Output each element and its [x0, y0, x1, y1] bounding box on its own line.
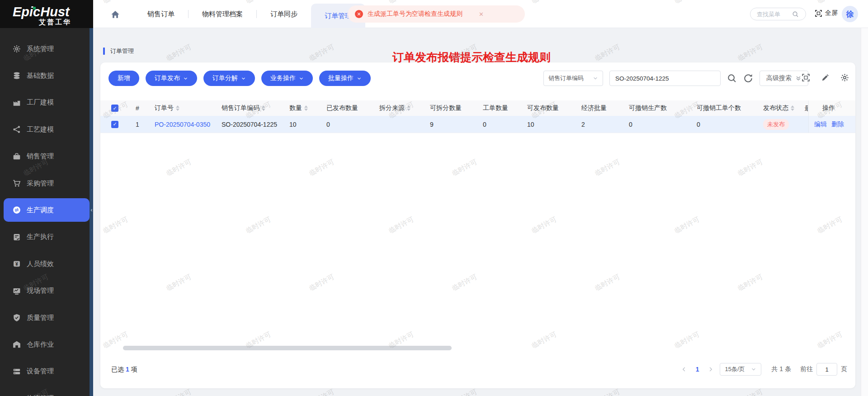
column-header-publishable_qty: 可发布数量	[523, 100, 577, 116]
sidebar-item-label: 生产执行	[27, 233, 54, 241]
pagination: 1 15条/页 共 1 条 前往 页	[681, 363, 847, 376]
column-label: 发布状态	[763, 104, 788, 112]
filter-field-select[interactable]: 销售订单编码	[543, 71, 603, 86]
refresh-icon[interactable]	[743, 73, 753, 83]
编辑-link[interactable]: 编辑	[814, 120, 827, 129]
page-size-select[interactable]: 15条/页	[720, 363, 761, 376]
订单发布-button[interactable]: 订单发布	[146, 71, 197, 86]
sidebar-item-销售管理[interactable]: 销售管理	[0, 145, 90, 168]
sidebar-item-设备管理[interactable]: 设备管理	[0, 360, 90, 383]
sort-carets-icon[interactable]	[791, 105, 794, 111]
cart-icon	[13, 179, 21, 187]
sync-icon	[13, 206, 21, 214]
fullscreen-button[interactable]: 全屏	[815, 9, 838, 17]
sidebar-item-工厂建模[interactable]: 工厂建模	[0, 91, 90, 115]
sidebar-item-生产调度[interactable]: 生产调度	[4, 198, 90, 222]
sidebar-item-label: 仓库作业	[27, 340, 54, 349]
button-label: 订单发布	[155, 74, 180, 82]
sidebar-item-基础数据[interactable]: 基础数据	[0, 64, 90, 87]
brand-subtitle: 艾普工华	[39, 18, 71, 27]
toast-close-icon[interactable]: ✕	[479, 11, 484, 18]
sidebar-item-工艺建模[interactable]: 工艺建模	[0, 118, 90, 141]
home-icon[interactable]	[110, 10, 120, 19]
column-header-sales_order_code[interactable]: 销售订单编码	[217, 100, 285, 116]
column-label: 订单号	[155, 104, 174, 112]
edit-columns-icon[interactable]	[821, 73, 830, 82]
column-header-publish_status[interactable]: 发布状态	[759, 100, 808, 116]
column-header-split_source[interactable]: 拆分来源	[375, 100, 425, 116]
删除-link[interactable]: 删除	[831, 120, 844, 129]
fullscreen-label: 全屏	[825, 9, 838, 17]
业务操作-button[interactable]: 业务操作	[261, 71, 313, 86]
sidebar-item-人员绩效[interactable]: ¥人员绩效	[0, 252, 90, 276]
action-column-cell: 编辑删除	[808, 116, 855, 133]
column-label: 拆分来源	[379, 104, 405, 112]
tab-销售订单[interactable]: 销售订单	[134, 0, 188, 28]
goto-page-input[interactable]	[816, 363, 837, 376]
sidebar-collapse-handle[interactable]: ‹	[89, 204, 94, 216]
tab-物料管理档案[interactable]: 物料管理档案	[189, 0, 256, 28]
topbar: 销售订单物料管理档案订单同步订单管理 ✕ 生成派工单号为空请检查生成规则 ✕ 全…	[93, 0, 868, 28]
current-page-button[interactable]: 1	[693, 366, 702, 373]
cell-quantity: 10	[285, 116, 322, 133]
table-row[interactable]: ✓1PO-20250704-0350SO-20250704-1225100901…	[100, 116, 808, 133]
新增-button[interactable]: 新增	[108, 71, 139, 86]
cell-revocable_workorder_count: 0	[692, 116, 759, 133]
column-header-quantity[interactable]: 数量	[285, 100, 322, 116]
yuan-icon: ¥	[13, 260, 21, 268]
sidebar-item-采购管理[interactable]: 采购管理	[0, 172, 90, 195]
table-settings-icon[interactable]	[840, 73, 849, 82]
row-checkbox[interactable]: ✓	[111, 121, 118, 128]
selected-count: 1	[126, 366, 129, 373]
sidebar-item-现场管理[interactable]: 现场管理	[0, 279, 90, 303]
sidebar-item-label: 人员绩效	[27, 260, 54, 268]
批量操作-button[interactable]: 批量操作	[319, 71, 371, 86]
tab-订单同步[interactable]: 订单同步	[257, 0, 311, 28]
action-button-row: 新增订单发布订单分解业务操作批量操作	[108, 71, 371, 86]
column-header-order_no[interactable]: 订单号	[150, 100, 217, 116]
sort-carets-icon[interactable]	[407, 105, 410, 111]
订单分解-button[interactable]: 订单分解	[203, 71, 255, 86]
sidebar-item-质量管理[interactable]: 质量管理	[0, 306, 90, 329]
sidebar-item-label: 物流管理	[27, 394, 54, 396]
gear-icon	[13, 45, 21, 53]
next-page-icon[interactable]	[708, 367, 713, 372]
sort-carets-icon[interactable]	[262, 105, 265, 111]
order-number-link[interactable]: PO-20250704-0350	[155, 121, 210, 128]
sidebar-item-物流管理[interactable]: 物流管理	[0, 386, 90, 396]
column-header-splittable_qty: 可拆分数量	[425, 100, 478, 116]
truck-icon	[13, 394, 21, 396]
sidebar: 系统管理基础数据工厂建模工艺建模销售管理采购管理生产调度生产执行¥人员绩效现场管…	[0, 0, 90, 396]
search-submit-icon[interactable]	[727, 73, 737, 83]
column-label: 销售订单编码	[222, 104, 259, 112]
total-count-label: 共 1 条	[771, 365, 791, 373]
column-header-published_qty: 已发布数量	[322, 100, 375, 116]
chevron-down-icon	[751, 367, 756, 372]
prev-page-icon[interactable]	[681, 367, 687, 372]
table-header-row: ✓#订单号销售订单编码数量已发布数量拆分来源可拆分数量工单数量可发布数量经济批量…	[100, 100, 808, 116]
cell-index: 1	[131, 116, 150, 133]
select-all-checkbox[interactable]: ✓	[111, 105, 118, 112]
cell-publishable_qty: 10	[523, 116, 577, 133]
clipboard-icon	[13, 233, 21, 241]
page-size-value: 15条/页	[725, 365, 745, 373]
sort-carets-icon[interactable]	[176, 105, 179, 111]
search-icon[interactable]	[792, 11, 799, 18]
sidebar-item-仓库作业[interactable]: 仓库作业	[0, 333, 90, 356]
sidebar-item-生产执行[interactable]: 生产执行	[0, 225, 90, 249]
column-header-revocable_production_qty: 可撤销生产数	[624, 100, 692, 116]
menu-search-input[interactable]	[757, 11, 788, 18]
page-scrollbar-track[interactable]	[861, 28, 868, 396]
server-icon	[13, 367, 21, 376]
sidebar-item-系统管理[interactable]: 系统管理	[0, 37, 90, 61]
error-toast: ✕ 生成派工单号为空请检查生成规则 ✕	[348, 5, 525, 23]
advanced-search-button[interactable]: 高级搜索	[760, 71, 808, 86]
sort-carets-icon[interactable]	[304, 105, 308, 111]
column-label: 数量	[289, 104, 302, 112]
table-fullscreen-icon[interactable]	[802, 73, 810, 82]
horizontal-scrollbar[interactable]	[123, 346, 452, 350]
user-avatar[interactable]: 徐	[842, 6, 858, 22]
sidebar-item-label: 系统管理	[27, 45, 54, 53]
watermark-text: 临时许可	[594, 43, 622, 63]
filter-value-input[interactable]	[609, 71, 721, 86]
